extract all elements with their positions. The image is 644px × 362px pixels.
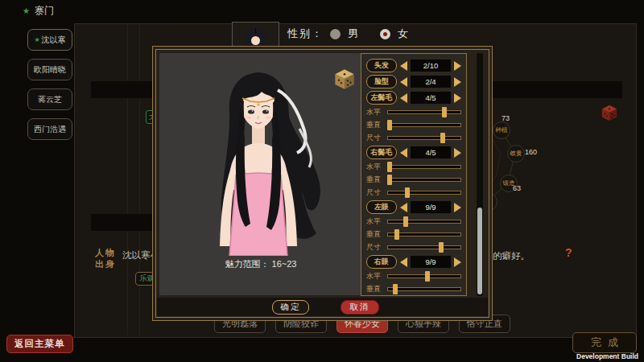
portrait-face bbox=[251, 36, 260, 45]
gender-label: 性别： bbox=[287, 27, 324, 41]
slider-row: 水平 bbox=[366, 216, 461, 226]
slider-label: 水平 bbox=[366, 162, 386, 172]
spinner-value: 9/9 bbox=[411, 256, 451, 268]
randomize-dice-icon[interactable] bbox=[601, 104, 618, 121]
modal-button-bar: 确定 取消 bbox=[157, 298, 488, 316]
gender-radio-female[interactable] bbox=[380, 29, 390, 39]
slider-row: 垂直 bbox=[366, 175, 461, 184]
sidebar-character-button[interactable]: 西门浩遇 bbox=[27, 118, 72, 140]
slider-row: 尺寸 bbox=[366, 133, 461, 142]
spinner-label: 左鬓毛 bbox=[366, 91, 397, 105]
sidebar-character-button[interactable]: 欧阳晴晓 bbox=[27, 59, 72, 80]
slider-track[interactable] bbox=[387, 232, 461, 237]
slider-label: 垂直 bbox=[366, 284, 386, 294]
finish-button[interactable]: 完成 bbox=[572, 332, 637, 353]
stat-value: 73 bbox=[502, 114, 510, 122]
controls-scrollbar[interactable] bbox=[477, 53, 483, 296]
decrement-arrow-icon[interactable] bbox=[400, 148, 407, 158]
spinner-label: 右眼 bbox=[366, 255, 397, 269]
spinner-label: 头发 bbox=[366, 59, 397, 72]
slider-track[interactable] bbox=[387, 165, 461, 169]
gender-option-female[interactable]: 女 bbox=[398, 27, 408, 41]
slider-row: 垂直 bbox=[366, 284, 461, 294]
slider-thumb[interactable] bbox=[393, 284, 398, 294]
slider-thumb[interactable] bbox=[403, 216, 408, 227]
spinner-row: 头发2/10 bbox=[366, 59, 461, 72]
slider-row: 垂直 bbox=[366, 120, 461, 130]
sidebar-character-button[interactable]: 蒋云芝 bbox=[27, 88, 72, 110]
slider-thumb[interactable] bbox=[405, 187, 410, 198]
spinner-row: 右鬓毛4/5 bbox=[366, 146, 461, 159]
slider-thumb[interactable] bbox=[442, 107, 447, 117]
slider-track[interactable] bbox=[387, 220, 461, 224]
spinner-value: 4/5 bbox=[411, 92, 451, 104]
stat-value: 63 bbox=[513, 184, 521, 192]
portrait-hair-part bbox=[255, 28, 256, 34]
slider-label: 水平 bbox=[366, 271, 386, 282]
increment-arrow-icon[interactable] bbox=[454, 257, 461, 267]
sidebar-character-label: 沈以寒 bbox=[42, 35, 66, 46]
gender-option-male[interactable]: 男 bbox=[348, 27, 358, 41]
slider-thumb[interactable] bbox=[440, 133, 445, 143]
spinner-value: 4/5 bbox=[411, 146, 451, 158]
spinner-row: 左鬓毛4/5 bbox=[366, 91, 461, 105]
spinner-label: 脸型 bbox=[366, 75, 397, 88]
increment-arrow-icon[interactable] bbox=[454, 61, 461, 71]
hidden-trait-question-mark: ? bbox=[565, 246, 572, 259]
spinner-row: 脸型2/4 bbox=[366, 75, 461, 88]
slider-track[interactable] bbox=[387, 287, 461, 291]
spinner-value: 9/9 bbox=[411, 201, 451, 213]
slider-thumb[interactable] bbox=[387, 120, 392, 130]
decrement-arrow-icon[interactable] bbox=[400, 77, 407, 87]
cancel-button[interactable]: 取消 bbox=[341, 300, 379, 315]
slider-track[interactable] bbox=[387, 191, 461, 195]
panel-divider bbox=[127, 24, 128, 335]
slider-track[interactable] bbox=[387, 245, 461, 249]
decrement-arrow-icon[interactable] bbox=[400, 61, 407, 71]
slider-track[interactable] bbox=[387, 136, 461, 140]
slider-thumb[interactable] bbox=[439, 242, 444, 253]
appearance-controls-panel: 头发2/10脸型2/4左鬓毛4/5水平垂直尺寸右鬓毛4/5水平垂直尺寸左眼9/9… bbox=[361, 53, 467, 296]
slider-row: 尺寸 bbox=[366, 242, 461, 252]
title-text: 寨门 bbox=[35, 4, 54, 18]
slider-thumb[interactable] bbox=[387, 175, 392, 185]
slider-label: 尺寸 bbox=[366, 187, 386, 198]
slider-track[interactable] bbox=[387, 274, 461, 278]
scrollbar-thumb[interactable] bbox=[477, 208, 482, 294]
stat-value: 160 bbox=[525, 148, 537, 156]
slider-track[interactable] bbox=[387, 123, 461, 127]
confirm-button[interactable]: 确定 bbox=[272, 300, 309, 315]
appearance-editor-modal: 魅力范围： 16~23 头发2/10脸型2/4左鬓毛4/5水平垂直尺寸右鬓毛4/… bbox=[152, 46, 493, 321]
slider-label: 水平 bbox=[366, 107, 386, 117]
spinner-label: 左眼 bbox=[366, 200, 397, 214]
decrement-arrow-icon[interactable] bbox=[400, 93, 407, 103]
back-to-main-menu-button[interactable]: 返回主菜单 bbox=[6, 335, 73, 353]
decrement-arrow-icon[interactable] bbox=[400, 257, 407, 267]
spinner-value: 2/10 bbox=[411, 60, 451, 72]
slider-track[interactable] bbox=[387, 178, 461, 182]
increment-arrow-icon[interactable] bbox=[454, 77, 461, 87]
development-build-label: Development Build bbox=[576, 352, 638, 360]
slider-label: 垂直 bbox=[366, 120, 386, 130]
slider-thumb[interactable] bbox=[425, 271, 430, 282]
origin-label: 人物 出身 bbox=[95, 247, 116, 269]
slider-row: 水平 bbox=[366, 162, 461, 171]
window-title: ★ 寨门 bbox=[23, 4, 54, 18]
charm-range-text: 魅力范围： 16~23 bbox=[159, 258, 362, 270]
spinner-label: 右鬓毛 bbox=[366, 146, 397, 159]
increment-arrow-icon[interactable] bbox=[454, 93, 461, 103]
gender-radio-male[interactable] bbox=[330, 29, 341, 39]
slider-thumb[interactable] bbox=[387, 162, 392, 172]
slider-label: 尺寸 bbox=[366, 242, 386, 253]
slider-thumb[interactable] bbox=[394, 229, 399, 240]
increment-arrow-icon[interactable] bbox=[454, 148, 461, 158]
spinner-value: 2/4 bbox=[411, 76, 451, 88]
slider-track[interactable] bbox=[387, 110, 461, 114]
active-star-icon: ★ bbox=[34, 36, 39, 43]
slider-row: 垂直 bbox=[366, 229, 461, 239]
randomize-appearance-dice-icon[interactable] bbox=[333, 68, 356, 90]
increment-arrow-icon[interactable] bbox=[454, 203, 461, 212]
sidebar-character-label: 欧阳晴晓 bbox=[34, 64, 66, 76]
decrement-arrow-icon[interactable] bbox=[400, 203, 407, 212]
sidebar-character-button[interactable]: ★沈以寒 bbox=[27, 29, 72, 51]
